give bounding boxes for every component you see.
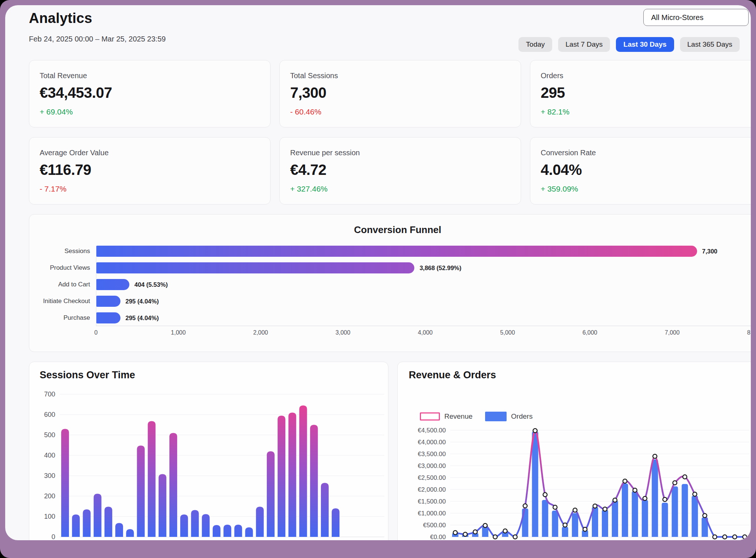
funnel-bar [96,312,120,323]
funnel-y-axis-line [96,246,96,326]
funnel-category-label: Initiate Checkout [29,298,96,305]
window-frame: Analytics All Micro-Stores Feb 24, 2025 … [0,0,756,558]
revenue-point-marker [543,493,547,497]
kpi-card-revenue-per-session: Revenue per session €4.72 + 327.46% [279,137,521,205]
funnel-row-purchase: Purchase 295 (4.04%) [29,312,751,323]
orders-bar [652,459,658,537]
time-filter-last-365-days[interactable]: Last 365 Days [680,37,740,52]
revenue-point-marker [573,508,577,512]
y-axis-tick-label: 400 [44,452,55,459]
kpi-value: 4.04% [541,162,751,178]
revenue-point-marker [493,535,497,539]
funnel-category-label: Add to Cart [29,281,96,288]
revenue-point-marker [743,535,747,539]
sessions-bar [159,474,166,537]
revenue-line [455,431,745,537]
orders-bar [662,503,668,537]
revenue-point-marker [553,505,557,509]
y-axis-tick-label: €1,500.00 [418,498,446,505]
kpi-delta: + 82.1% [541,107,751,116]
funnel-axis-tick-label: 7,000 [665,329,680,336]
date-range: Feb 24, 2025 00:00 – Mar 25, 2025 23:59 [29,35,166,43]
kpi-delta: + 69.04% [40,107,260,116]
sessions-bar [137,446,145,537]
revenue-point-marker [633,488,637,492]
funnel-row-sessions: Sessions 7,300 [29,246,751,257]
sessions-bar [310,425,318,537]
sessions-over-time-card: Sessions Over Time 010020030040050060070… [29,362,388,540]
revenue-point-marker [643,496,647,501]
revenue-point-marker [453,531,457,535]
orders-swatch-icon [485,412,507,421]
funnel-row-add-to-cart: Add to Cart 404 (5.53%) [29,279,751,290]
y-axis-tick-label: €2,500.00 [418,474,446,481]
sessions-bar [234,525,242,537]
funnel-category-label: Product Views [29,264,96,272]
funnel-value-label: 7,300 [702,248,717,255]
kpi-value: 7,300 [290,84,510,101]
store-selector-dropdown[interactable]: All Micro-Stores [643,9,749,26]
sessions-bar [299,405,307,537]
revenue-point-marker [733,535,737,539]
funnel-title: Conversion Funnel [29,224,751,236]
sessions-bar [191,510,199,537]
legend-revenue: Revenue [420,412,472,421]
sessions-bar [267,451,275,537]
revenue-point-marker [603,507,607,511]
revenue-point-marker [723,535,727,539]
legend-revenue-label: Revenue [444,412,472,421]
y-axis-tick-label: 500 [44,431,55,439]
conversion-funnel-card: Conversion Funnel Sessions 7,300 Product… [29,214,751,352]
revenue-point-marker [473,530,477,534]
time-filter-last-7-days[interactable]: Last 7 Days [558,37,610,52]
funnel-bar [96,246,697,257]
orders-bar [562,527,568,537]
orders-bar [572,513,578,537]
kpi-value: €34,453.07 [40,84,260,101]
legend-orders: Orders [485,412,533,421]
y-axis-tick-label: 700 [44,391,55,398]
time-filter-today[interactable]: Today [518,37,552,52]
kpi-label: Total Sessions [290,72,510,80]
y-axis-tick-label: 200 [44,492,55,500]
orders-bar [622,484,628,537]
sessions-bar [169,433,177,537]
sessions-bar [278,416,285,537]
kpi-label: Orders [541,72,751,80]
funnel-category-label: Purchase [29,314,96,322]
y-axis-tick-label: €2,000.00 [418,486,446,493]
store-selector-value: All Micro-Stores [651,13,703,22]
revenue-point-marker [623,479,627,483]
kpi-card-orders: Orders 295 + 82.1% [530,60,751,127]
revenue-point-marker [673,481,677,485]
sessions-bar [72,515,80,537]
sessions-bar [256,507,264,537]
legend-orders-label: Orders [511,412,533,421]
sessions-bar [83,509,91,537]
sessions-bar [148,421,156,537]
kpi-card-total-revenue: Total Revenue €34,453.07 + 69.04% [29,60,271,127]
kpi-delta: - 7.17% [40,185,260,193]
funnel-axis-tick-label: 0 [94,329,98,336]
revenue-point-marker [693,492,697,496]
revenue-point-marker [483,524,487,528]
funnel-bar [96,296,120,307]
kpi-card-total-sessions: Total Sessions 7,300 - 60.46% [279,60,521,127]
y-axis-tick-label: €4,000.00 [418,439,446,446]
sessions-bar [245,527,253,537]
revenue-point-marker [503,529,507,533]
revenue-and-orders-card: Revenue & Orders Revenue Orders €0.00€50… [397,362,751,540]
analytics-page: Analytics All Micro-Stores Feb 24, 2025 … [5,5,751,540]
time-filter-last-30-days[interactable]: Last 30 Days [616,37,674,52]
y-axis-tick-label: €0.00 [430,534,446,540]
funnel-value-label: 3,868 (52.99%) [420,265,461,272]
funnel-category-label: Sessions [29,248,96,255]
sessions-bar [288,413,296,537]
chart-legend: Revenue Orders [420,412,533,421]
kpi-value: €116.79 [40,162,260,178]
kpi-label: Conversion Rate [541,149,751,157]
orders-bar [692,496,698,537]
funnel-axis-tick-label: 3,000 [335,329,350,336]
funnel-value-label: 404 (5.53%) [135,281,168,288]
kpi-value: €4.72 [290,162,510,178]
